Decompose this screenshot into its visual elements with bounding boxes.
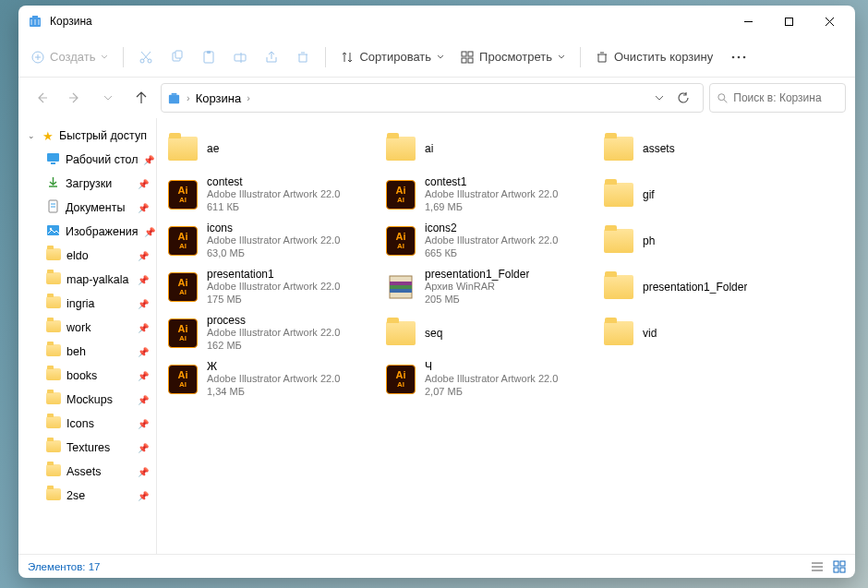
file-name-label: ai [425, 142, 433, 155]
pin-icon: 📌 [138, 371, 152, 381]
breadcrumb-root[interactable]: Корзина [196, 91, 242, 105]
svg-rect-47 [840, 568, 845, 572]
sidebar-item[interactable]: Загрузки📌 [18, 172, 156, 196]
back-button[interactable] [28, 84, 55, 112]
rar-file-icon [386, 272, 416, 302]
sidebar-item[interactable]: eldo📌 [18, 244, 156, 268]
details-view-icon[interactable] [811, 560, 824, 573]
address-bar[interactable]: › Корзина › [161, 83, 704, 113]
file-item[interactable]: assets [600, 127, 809, 170]
folder-icon [168, 137, 198, 161]
sidebar-item-label: ingria [66, 297, 95, 310]
file-item[interactable]: vid [600, 312, 809, 354]
sort-button[interactable]: Сортировать [333, 42, 452, 73]
view-button[interactable]: Просмотреть [453, 42, 573, 73]
trash-icon [295, 50, 310, 65]
file-item[interactable]: AiAIpresentation1Adobe Illustrator Artwo… [164, 266, 373, 308]
svg-rect-35 [47, 225, 59, 235]
close-button[interactable] [809, 7, 850, 35]
minimize-button[interactable] [728, 7, 768, 35]
sidebar-item[interactable]: 2se📌 [18, 484, 156, 508]
file-type-label: Adobe Illustrator Artwork 22.0 [425, 188, 558, 201]
file-item[interactable]: AiAIiconsAdobe Illustrator Artwork 22.06… [164, 220, 373, 262]
sidebar-item[interactable]: Textures📌 [18, 436, 156, 460]
recent-button[interactable] [94, 84, 122, 112]
file-item[interactable]: AiAIprocessAdobe Illustrator Artwork 22.… [164, 312, 373, 354]
file-item[interactable]: gif [600, 174, 809, 216]
sidebar-item[interactable]: Icons📌 [18, 412, 156, 436]
rename-button[interactable] [225, 42, 255, 73]
file-item[interactable]: ph [600, 220, 809, 262]
file-item[interactable]: presentation1_FolderАрхив WinRAR205 МБ [382, 266, 591, 308]
refresh-icon [677, 91, 690, 104]
doc-icon [46, 199, 60, 216]
view-label: Просмотреть [479, 50, 552, 64]
svg-rect-39 [390, 285, 412, 289]
refresh-button[interactable] [669, 84, 697, 112]
search-input[interactable] [733, 91, 838, 104]
file-item[interactable]: ai [382, 127, 591, 170]
file-item[interactable]: AiAIcontest1Adobe Illustrator Artwork 22… [382, 174, 591, 216]
create-button[interactable]: Создать [24, 42, 115, 73]
forward-button[interactable] [61, 84, 89, 112]
nav-row: › Корзина › [18, 78, 855, 118]
chevron-down-icon [437, 54, 444, 61]
empty-bin-button[interactable]: Очистить корзину [588, 42, 720, 73]
file-size-label: 1,69 МБ [425, 201, 558, 214]
file-item[interactable]: ae [164, 127, 373, 170]
empty-label: Очистить корзину [614, 50, 713, 64]
folder-icon [46, 488, 61, 503]
file-name-label: presentation1 [207, 268, 340, 281]
sidebar-item-label: Изображения [66, 225, 139, 238]
share-button[interactable] [257, 42, 286, 73]
sidebar-quick-access[interactable]: ⌄ ★ Быстрый доступ [18, 124, 156, 148]
more-button[interactable] [722, 42, 755, 73]
content-pane[interactable]: aeaiassetsAiAIcontestAdobe Illustrator A… [157, 118, 855, 554]
sidebar-item[interactable]: map-yalkala📌 [18, 268, 156, 292]
ai-file-icon: AiAI [168, 365, 198, 394]
sidebar-item[interactable]: Рабочий стол📌 [18, 148, 156, 172]
sidebar-item[interactable]: work📌 [18, 316, 156, 340]
svg-rect-27 [172, 92, 177, 94]
sidebar-item[interactable]: ingria📌 [18, 292, 156, 316]
delete-button[interactable] [288, 42, 318, 73]
search-box[interactable] [709, 83, 846, 113]
paste-button[interactable] [194, 42, 223, 73]
pin-icon: 📌 [138, 203, 152, 213]
sidebar-item[interactable]: books📌 [18, 364, 156, 388]
folder-icon [46, 440, 61, 455]
svg-rect-14 [175, 51, 182, 58]
sidebar-item[interactable]: Mockups📌 [18, 388, 156, 412]
file-item[interactable]: seq [382, 312, 591, 354]
cut-button[interactable] [131, 42, 161, 73]
tiles-view-icon[interactable] [833, 560, 846, 573]
ai-file-icon: AiAI [168, 272, 198, 302]
chevron-down-icon[interactable] [655, 93, 664, 102]
copy-button[interactable] [163, 42, 192, 73]
file-type-label: Adobe Illustrator Artwork 22.0 [207, 234, 340, 247]
svg-rect-45 [840, 561, 845, 566]
maximize-button[interactable] [768, 7, 809, 35]
sidebar-item[interactable]: Assets📌 [18, 460, 156, 484]
file-item[interactable]: presentation1_Folder [600, 266, 809, 308]
svg-rect-30 [47, 153, 59, 162]
up-button[interactable] [127, 84, 155, 112]
sidebar-item-label: Документы [66, 201, 125, 214]
folder-icon [604, 183, 633, 207]
file-item[interactable]: AiAIcontestAdobe Illustrator Artwork 22.… [164, 174, 373, 216]
sidebar-item[interactable]: beh📌 [18, 340, 156, 364]
sidebar-item[interactable]: Документы📌 [18, 196, 156, 220]
file-item[interactable]: AiAIЧAdobe Illustrator Artwork 22.02,07 … [382, 358, 591, 401]
folder-icon [46, 320, 61, 335]
sidebar-item-label: Assets [66, 465, 102, 478]
ai-file-icon: AiAI [386, 226, 416, 256]
file-name-label: vid [643, 327, 657, 340]
file-name-label: ae [207, 142, 219, 155]
folder-icon [46, 248, 61, 263]
sidebar-item[interactable]: Изображения📌 [18, 220, 156, 244]
file-type-label: Adobe Illustrator Artwork 22.0 [207, 327, 340, 340]
file-item[interactable]: AiAIicons2Adobe Illustrator Artwork 22.0… [382, 220, 591, 262]
svg-rect-16 [207, 51, 211, 54]
file-item[interactable]: AiAIЖAdobe Illustrator Artwork 22.01,34 … [164, 358, 373, 401]
chevron-right-icon: › [247, 92, 250, 103]
